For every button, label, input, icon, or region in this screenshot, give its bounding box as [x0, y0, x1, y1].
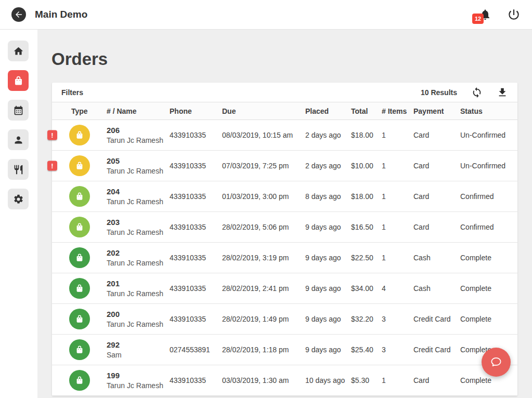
order-payment: Credit Card	[413, 346, 460, 354]
order-total: $18.00	[351, 131, 382, 139]
order-due: 03/03/2019, 1:30 am	[222, 376, 305, 384]
order-status: Complete	[460, 284, 517, 293]
table-row[interactable]: 292 Sam 0274553891 28/02/2019, 1:18 pm 9…	[52, 335, 517, 365]
order-status: Complete	[460, 315, 517, 323]
order-name-cell: 201 Tarun Jc Ramesh	[107, 278, 170, 299]
sidebar-item-calendar[interactable]	[8, 100, 29, 121]
order-number: 204	[107, 187, 170, 197]
main-content: Orders Filters 10 Results Type # /	[37, 30, 532, 398]
order-due: 08/03/2019, 10:15 am	[222, 131, 305, 139]
order-type-bag-icon	[69, 155, 90, 176]
order-items-count: 1	[382, 162, 413, 170]
order-placed: 9 days ago	[305, 223, 351, 231]
order-payment: Credit Card	[413, 315, 460, 323]
order-status: Complete	[460, 376, 517, 384]
filters-toggle[interactable]: Filters	[61, 88, 83, 97]
order-payment: Card	[413, 192, 460, 201]
order-placed: 2 days ago	[305, 131, 351, 139]
order-number: 201	[107, 278, 170, 289]
sidebar-item-orders[interactable]	[8, 70, 29, 91]
page-title: Orders	[51, 49, 532, 69]
gear-icon	[13, 194, 24, 205]
order-type-cell	[52, 125, 107, 145]
order-number: 200	[107, 309, 170, 320]
order-phone: 433910335	[170, 376, 222, 384]
notifications-button[interactable]: 12	[479, 8, 491, 21]
table-row[interactable]: 202 Tarun Jc Ramesh 433910335 28/02/2019…	[52, 243, 517, 273]
back-button[interactable]	[11, 7, 26, 22]
order-placed: 8 days ago	[305, 192, 351, 201]
orders-table-body: ! 206 Tarun Jc Ramesh 433910335 08/03/20…	[52, 120, 517, 396]
column-header-payment: Payment	[413, 107, 460, 115]
order-phone: 433910335	[170, 254, 222, 262]
calendar-icon	[13, 105, 24, 116]
order-items-count: 1	[382, 376, 413, 384]
help-beacon-button[interactable]	[482, 348, 511, 377]
orders-table-header: Type # / Name Phone Due Placed Total # I…	[52, 102, 517, 120]
sidebar-item-home[interactable]	[8, 41, 29, 61]
order-due: 28/02/2019, 1:18 pm	[222, 346, 305, 354]
notification-count-badge: 12	[472, 14, 484, 24]
refresh-icon	[471, 87, 483, 98]
order-placed: 9 days ago	[305, 284, 351, 293]
order-type-cell	[52, 278, 107, 299]
order-due: 28/02/2019, 1:49 pm	[222, 315, 305, 323]
home-icon	[13, 46, 24, 57]
sidebar-item-settings[interactable]	[8, 189, 29, 209]
order-total: $22.50	[351, 254, 382, 262]
column-header-total: Total	[351, 107, 382, 115]
order-customer-name: Tarun Jc Ramesh	[107, 166, 170, 176]
refresh-button[interactable]	[471, 87, 483, 98]
order-items-count: 3	[382, 315, 413, 323]
order-phone: 433910335	[170, 131, 222, 139]
order-phone: 433910335	[170, 223, 222, 231]
logout-button[interactable]	[507, 8, 521, 21]
column-header-status: Status	[460, 107, 517, 115]
table-row[interactable]: 201 Tarun Jc Ramesh 433910335 28/02/2019…	[52, 273, 517, 304]
order-status: Complete	[460, 254, 517, 262]
table-row[interactable]: 199 Tarun Jc Ramesh 433910335 03/03/2019…	[52, 365, 517, 396]
sidebar-item-menu[interactable]	[8, 159, 29, 180]
order-name-cell: 199 Tarun Jc Ramesh	[107, 370, 170, 391]
shopping-bag-icon	[13, 75, 24, 86]
results-count: 10 Results	[421, 88, 457, 97]
order-type-cell	[52, 247, 107, 268]
order-type-cell	[52, 370, 107, 391]
table-row[interactable]: 203 Tarun Jc Ramesh 433910335 28/02/2019…	[52, 212, 517, 243]
order-status: Confirmed	[460, 223, 517, 231]
order-items-count: 3	[382, 346, 413, 354]
order-customer-name: Tarun Jc Ramesh	[107, 228, 170, 237]
order-items-count: 1	[382, 192, 413, 201]
order-customer-name: Tarun Jc Ramesh	[107, 289, 170, 299]
order-total: $34.00	[351, 284, 382, 293]
table-row[interactable]: ! 206 Tarun Jc Ramesh 433910335 08/03/20…	[52, 120, 517, 151]
power-icon	[507, 8, 521, 21]
order-total: $10.00	[351, 162, 382, 170]
table-row[interactable]: 200 Tarun Jc Ramesh 433910335 28/02/2019…	[52, 304, 517, 335]
alert-badge: !	[47, 161, 57, 171]
column-header-name: # / Name	[107, 107, 170, 115]
order-type-bag-icon	[69, 125, 90, 145]
app-title: Main Demo	[35, 9, 87, 20]
order-total: $18.00	[351, 192, 382, 201]
order-due: 01/03/2019, 3:00 pm	[222, 192, 305, 201]
order-payment: Card	[413, 162, 460, 170]
column-header-phone: Phone	[170, 107, 222, 115]
download-button[interactable]	[497, 87, 508, 98]
filters-bar: Filters 10 Results	[52, 83, 517, 102]
order-type-cell	[52, 186, 107, 207]
order-phone: 433910335	[170, 315, 222, 323]
order-type-cell	[52, 217, 107, 237]
sidebar-item-customers[interactable]	[8, 129, 29, 150]
table-row[interactable]: 204 Tarun Jc Ramesh 433910335 01/03/2019…	[52, 181, 517, 212]
table-row[interactable]: ! 205 Tarun Jc Ramesh 433910335 07/03/20…	[52, 151, 517, 181]
order-items-count: 1	[382, 131, 413, 139]
order-name-cell: 200 Tarun Jc Ramesh	[107, 309, 170, 329]
order-due: 28/02/2019, 5:06 pm	[222, 223, 305, 231]
order-total: $5.30	[351, 376, 382, 384]
order-type-bag-icon	[69, 370, 90, 391]
order-type-cell	[52, 339, 107, 360]
order-payment: Card	[413, 131, 460, 139]
order-type-bag-icon	[69, 247, 90, 268]
arrow-left-icon	[14, 10, 23, 19]
